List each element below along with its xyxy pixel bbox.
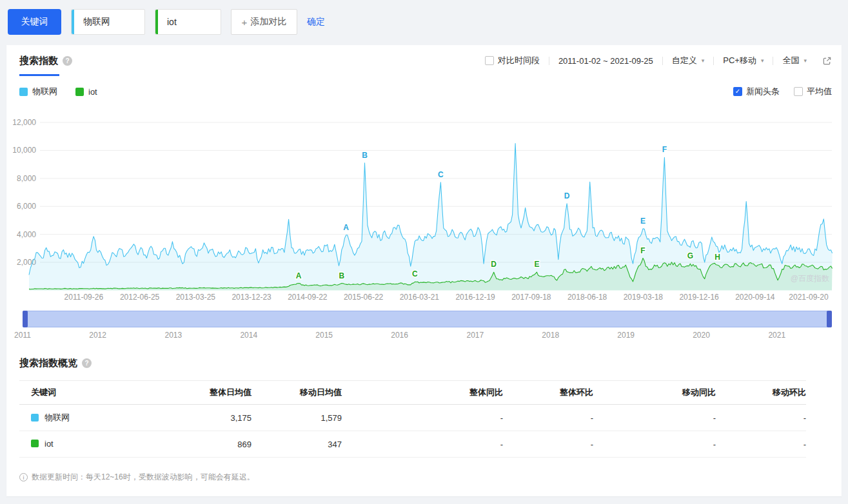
news-headlines-label: 新闻头条 — [746, 86, 780, 97]
value-cell-1: 1,579 — [251, 405, 342, 431]
external-link-icon[interactable] — [822, 56, 832, 66]
keyword-swatch — [31, 440, 39, 447]
table-row-iot: iot869347---- — [19, 431, 806, 458]
value-cell-1: 347 — [251, 431, 342, 458]
svg-text:2019-03-18: 2019-03-18 — [624, 293, 664, 302]
keyword-input-1[interactable]: 物联网 — [71, 9, 145, 35]
year-label-2020: 2020 — [693, 331, 710, 340]
table-header-0: 关键词 — [19, 381, 168, 405]
baidu-index-page: 关键词 物联网 iot + 添加对比 确定 搜索指数 ? ✓ 对比时间段 — [0, 0, 848, 504]
year-label-2012: 2012 — [89, 331, 106, 340]
svg-text:2017-09-18: 2017-09-18 — [511, 293, 551, 302]
svg-text:4,000: 4,000 — [17, 230, 36, 239]
news-marker-物联网-D: D — [564, 191, 570, 200]
date-range[interactable]: 2011-01-02 ~ 2021-09-25 — [549, 56, 662, 66]
add-compare-button[interactable]: + 添加对比 — [231, 9, 297, 35]
table-row-物联网: 物联网3,1751,579---- — [19, 405, 806, 431]
svg-text:2019-12-16: 2019-12-16 — [679, 293, 719, 302]
svg-text:2021-09-20: 2021-09-20 — [789, 293, 829, 302]
value-cell-5: - — [716, 431, 806, 458]
svg-text:2016-03-21: 2016-03-21 — [400, 293, 440, 302]
help-icon[interactable]: ? — [82, 358, 92, 368]
keyword-name: iot — [44, 439, 54, 449]
svg-text:12,000: 12,000 — [13, 118, 36, 127]
value-cell-3: - — [503, 431, 593, 458]
svg-text:2012-06-25: 2012-06-25 — [120, 293, 160, 302]
value-cell-3: - — [503, 405, 593, 431]
svg-text:2015-06-22: 2015-06-22 — [344, 293, 384, 302]
search-index-panel: 搜索指数 ? ✓ 对比时间段 2011-01-02 ~ 2021-09-25 自… — [6, 45, 842, 496]
news-marker-物联网-E: E — [640, 217, 646, 226]
device-label: PC+移动 — [723, 55, 756, 66]
legend-label-series1: 物联网 — [32, 86, 57, 97]
keyword-input-1-value: 物联网 — [83, 16, 110, 28]
news-headlines-checkbox[interactable]: ✓ 新闻头条 — [733, 86, 780, 97]
check-icon: ✓ — [735, 88, 740, 95]
checkbox-box: ✓ — [485, 56, 494, 65]
year-label-2021: 2021 — [768, 331, 785, 340]
value-cell-5: - — [716, 405, 806, 431]
slider-year-labels: 2011201220132014201520162017201820192020… — [23, 331, 832, 341]
custom-range-dropdown[interactable]: 自定义 ▾ — [663, 55, 714, 66]
slider-left-handle[interactable] — [23, 311, 28, 327]
trend-chart[interactable]: 2,0004,0006,0008,00010,00012,0002011-09-… — [13, 104, 838, 307]
keyword-swatch — [31, 414, 39, 422]
value-cell-0: 3,175 — [168, 405, 251, 431]
legend-item-series1[interactable]: 物联网 — [19, 86, 57, 97]
svg-text:2020-09-14: 2020-09-14 — [735, 293, 775, 302]
device-dropdown[interactable]: PC+移动 ▾ — [714, 55, 773, 66]
region-dropdown[interactable]: 全国 ▾ — [773, 55, 816, 66]
news-marker-iot-D: D — [491, 260, 497, 269]
keyword-button[interactable]: 关键词 — [8, 9, 61, 35]
svg-text:8,000: 8,000 — [17, 174, 36, 183]
svg-text:2014-09-22: 2014-09-22 — [288, 293, 328, 302]
watermark: @百度指数 — [791, 274, 829, 283]
table-header-5: 移动同比 — [593, 381, 716, 405]
table-header-2: 移动日均值 — [251, 381, 342, 405]
note-text: 数据更新时间：每天12~16时，受数据波动影响，可能会有延迟。 — [32, 472, 255, 483]
table-header-1: 整体日均值 — [168, 381, 251, 405]
add-compare-label: 添加对比 — [250, 16, 286, 28]
plus-icon: + — [242, 17, 248, 28]
svg-text:2016-12-19: 2016-12-19 — [455, 293, 495, 302]
trend-chart-canvas[interactable]: 2,0004,0006,0008,00010,00012,0002011-09-… — [13, 104, 838, 307]
table-header-3: 整体同比 — [342, 381, 503, 405]
value-cell-2: - — [342, 431, 503, 458]
custom-range-label: 自定义 — [672, 55, 697, 66]
year-label-2013: 2013 — [164, 331, 182, 340]
overview-header: 搜索指数概览 ? — [19, 357, 92, 369]
svg-text:2018-06-18: 2018-06-18 — [567, 293, 607, 302]
news-marker-iot-H: H — [715, 253, 720, 262]
keyword-input-2-value: iot — [167, 17, 177, 27]
year-label-2015: 2015 — [315, 331, 333, 340]
timeline-slider[interactable] — [23, 311, 832, 327]
value-cell-2: - — [342, 405, 503, 431]
panel-header: 搜索指数 ? ✓ 对比时间段 2011-01-02 ~ 2021-09-25 自… — [19, 45, 832, 76]
legend-label-series2: iot — [88, 87, 97, 97]
year-label-2019: 2019 — [617, 331, 635, 340]
svg-text:6,000: 6,000 — [17, 202, 36, 211]
keyword-input-2[interactable]: iot — [155, 9, 221, 35]
keyword-name: 物联网 — [44, 412, 70, 423]
news-marker-物联网-C: C — [438, 170, 444, 179]
news-marker-iot-G: G — [687, 251, 693, 260]
series2-swatch — [75, 88, 84, 96]
news-marker-物联网-B: B — [362, 151, 368, 160]
info-icon: i — [19, 473, 28, 481]
slider-right-handle[interactable] — [827, 311, 832, 327]
chart-legend: 物联网 iot ✓ 新闻头条 ✓ 平均值 — [19, 85, 832, 98]
active-tab-indicator — [19, 74, 59, 76]
series1-color-bar — [72, 10, 74, 34]
value-cell-4: - — [593, 431, 716, 458]
legend-item-series2[interactable]: iot — [75, 87, 97, 97]
checkbox-box: ✓ — [794, 87, 803, 96]
checkbox-box: ✓ — [733, 87, 742, 96]
tab-search-index[interactable]: 搜索指数 — [19, 55, 58, 67]
compare-period-checkbox[interactable]: ✓ 对比时间段 — [485, 55, 549, 66]
chevron-down-icon: ▾ — [702, 57, 705, 64]
confirm-button[interactable]: 确定 — [307, 16, 325, 28]
year-label-2017: 2017 — [466, 331, 484, 340]
compare-period-label: 对比时间段 — [498, 55, 540, 66]
help-icon[interactable]: ? — [63, 56, 72, 66]
average-checkbox[interactable]: ✓ 平均值 — [794, 86, 832, 97]
